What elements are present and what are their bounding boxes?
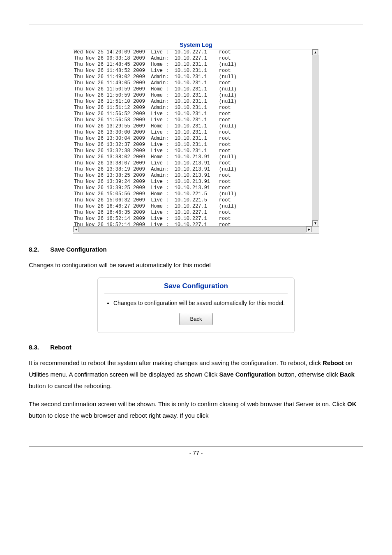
save-configuration-panel: Save Configuration Changes to configurat… [97,278,295,333]
heading-8-3: 8.3. Reboot [29,344,363,351]
system-log-vscrollbar[interactable]: ▴ ▾ [312,49,319,226]
text-8-3-p1: It is recommended to reboot the system a… [29,357,363,392]
heading-title: Save Configuration [50,246,107,253]
scroll-up-icon[interactable]: ▴ [312,49,318,55]
system-log-panel: System Log Wed Nov 25 14:20:09 2009 Live… [73,42,319,234]
scroll-left-icon[interactable]: ◂ [73,227,79,232]
text-8-2-lead: Changes to configuration will be saved a… [29,259,363,271]
page-number: - 77 - [189,450,203,456]
heading-title: Reboot [50,344,71,351]
back-button[interactable]: Back [179,313,213,325]
scroll-right-icon[interactable]: ▸ [306,227,312,232]
scroll-down-icon[interactable]: ▾ [312,220,318,226]
system-log-textarea[interactable]: Wed Nov 25 14:20:09 2009 Live : 10.10.22… [73,49,312,226]
save-configuration-title: Save Configuration [104,282,288,294]
system-log-title: System Log [73,42,319,48]
save-configuration-bullet: Changes to configuration will be saved a… [113,299,288,307]
heading-number: 8.3. [29,344,48,351]
heading-8-2: 8.2. Save Configuration [29,246,363,253]
heading-number: 8.2. [29,246,48,253]
top-separator [29,25,363,25]
system-log-hscrollbar[interactable]: ◂ ▸ [73,227,319,234]
scroll-corner [312,227,319,233]
hscroll-track[interactable] [79,227,306,233]
page-footer: - 77 - [29,446,363,456]
text-8-3-p2: The second confirmation screen will be s… [29,398,363,421]
vscroll-track[interactable] [312,55,319,220]
